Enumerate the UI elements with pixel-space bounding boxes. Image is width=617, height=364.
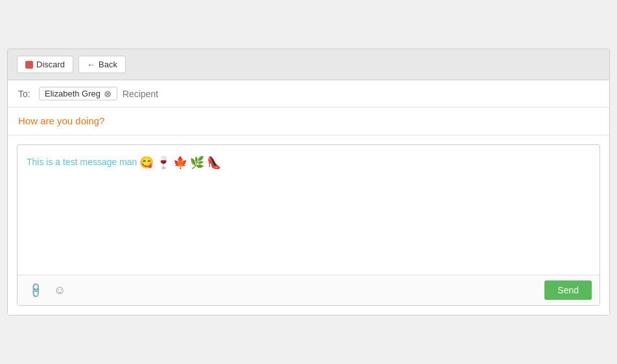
compose-window: Discard ← Back To: Elizabeth Greg ⊗ How … xyxy=(7,49,610,315)
send-button[interactable]: Send xyxy=(544,280,592,300)
message-body-container: This is a test message man 😋 🍷 🍁 🌿 👠 🔗 ☺… xyxy=(17,144,600,306)
emoji-heel: 👠 xyxy=(207,156,221,169)
emoji-wink: 😋 xyxy=(139,156,154,169)
subject-row: How are you doing? xyxy=(8,108,609,135)
recipient-name: Elizabeth Greg xyxy=(45,89,100,98)
toolbar-left: 🔗 ☺ xyxy=(25,281,69,300)
discard-icon xyxy=(25,61,33,69)
emoji-picker-icon: ☺ xyxy=(54,284,65,297)
subject-text: How are you doing? xyxy=(18,115,104,126)
discard-button[interactable]: Discard xyxy=(17,56,73,73)
to-row: To: Elizabeth Greg ⊗ xyxy=(8,80,609,108)
emoji-wine: 🍷 xyxy=(156,156,170,169)
message-toolbar: 🔗 ☺ Send xyxy=(17,275,600,305)
message-text: This is a test message man xyxy=(27,157,139,167)
recipient-remove-button[interactable]: ⊗ xyxy=(104,89,111,98)
toolbar: Discard ← Back xyxy=(8,49,609,80)
send-label: Send xyxy=(557,285,579,295)
emoji-button[interactable]: ☺ xyxy=(50,281,69,300)
back-arrow-icon: ← xyxy=(87,60,95,69)
to-label: To: xyxy=(18,89,34,99)
link-icon: 🔗 xyxy=(27,281,45,299)
message-body[interactable]: This is a test message man 😋 🍷 🍁 🌿 👠 xyxy=(17,145,600,275)
emoji-maple: 🍁 xyxy=(173,156,187,169)
recipient-tag: Elizabeth Greg ⊗ xyxy=(39,87,117,100)
bottom-spacer xyxy=(8,306,609,315)
back-label: Back xyxy=(99,60,117,69)
link-button[interactable]: 🔗 xyxy=(25,281,46,300)
emoji-plant: 🌿 xyxy=(190,156,204,169)
back-button[interactable]: ← Back xyxy=(78,56,126,73)
compose-area: To: Elizabeth Greg ⊗ How are you doing? … xyxy=(8,80,609,315)
discard-label: Discard xyxy=(36,60,65,69)
recipient-input[interactable] xyxy=(122,89,236,99)
